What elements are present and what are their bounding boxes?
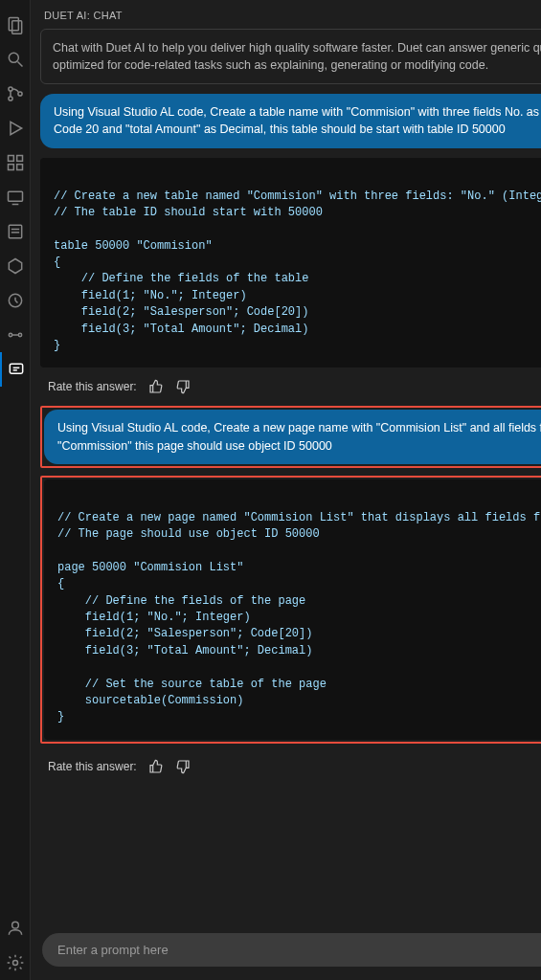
svg-marker-7: [11, 122, 22, 134]
svg-point-2: [9, 53, 18, 62]
user-message-1: Using Visual Studio AL code, Create a ta…: [40, 94, 541, 147]
rate-label: Rate this answer:: [48, 380, 137, 393]
svg-line-20: [15, 301, 18, 303]
svg-point-22: [18, 333, 21, 336]
svg-rect-1: [11, 21, 21, 33]
main-panel: DUET AI: CHAT Chat with Duet AI to help …: [31, 0, 541, 980]
svg-rect-10: [8, 165, 13, 170]
chat-icon[interactable]: [0, 352, 31, 387]
code-response-1: // Create a new table named "Commision" …: [40, 158, 541, 368]
api-icon[interactable]: [0, 318, 31, 352]
settings-icon[interactable]: [0, 946, 31, 980]
extensions-icon[interactable]: [0, 145, 31, 180]
panel-header: DUET AI: CHAT: [31, 0, 541, 29]
account-icon[interactable]: [0, 911, 31, 946]
run-debug-icon[interactable]: [0, 111, 31, 145]
svg-rect-12: [8, 191, 22, 201]
search-icon[interactable]: [0, 42, 31, 77]
svg-point-28: [12, 961, 17, 966]
code-response-2: // Create a new page named "Commision Li…: [44, 479, 541, 740]
svg-marker-17: [9, 259, 21, 274]
prompt-input[interactable]: [42, 933, 541, 967]
thumbs-up-icon[interactable]: [148, 759, 164, 774]
svg-rect-8: [8, 156, 13, 162]
thumbs-down-icon[interactable]: [175, 759, 191, 774]
input-bar: [31, 924, 541, 980]
list-icon[interactable]: [0, 214, 31, 249]
svg-rect-0: [9, 18, 18, 31]
activity-bar: [0, 0, 31, 980]
code-content-2: // Create a new page named "Commision Li…: [44, 510, 541, 740]
source-control-icon[interactable]: [0, 77, 31, 111]
remote-icon[interactable]: [0, 180, 31, 214]
code-content-1: // Create a new table named "Commision" …: [40, 189, 541, 368]
svg-rect-11: [16, 165, 22, 170]
svg-point-5: [8, 97, 11, 100]
cloud-icon[interactable]: [0, 283, 31, 318]
highlighted-response: // Create a new page named "Commision Li…: [40, 476, 541, 744]
svg-point-4: [8, 87, 11, 91]
chat-body: Chat with Duet AI to help you deliver hi…: [31, 29, 541, 924]
svg-rect-24: [10, 364, 22, 373]
svg-point-6: [17, 92, 21, 96]
kubernetes-icon[interactable]: [0, 249, 31, 283]
svg-line-3: [17, 62, 22, 67]
svg-rect-9: [16, 156, 22, 162]
code-toolbar: [44, 479, 541, 510]
rate-row-2: Rate this answer:: [40, 753, 541, 786]
explorer-icon[interactable]: [0, 8, 31, 42]
user-message-2: Using Visual Studio AL code, Create a ne…: [44, 410, 541, 463]
svg-rect-14: [9, 225, 21, 237]
thumbs-down-icon[interactable]: [175, 379, 191, 394]
code-toolbar: [40, 158, 541, 189]
svg-point-21: [9, 333, 11, 336]
rate-label: Rate this answer:: [48, 760, 137, 773]
thumbs-up-icon[interactable]: [148, 379, 164, 394]
intro-message: Chat with Duet AI to help you deliver hi…: [40, 29, 541, 84]
highlighted-prompt: Using Visual Studio AL code, Create a ne…: [40, 406, 541, 467]
rate-row-1: Rate this answer:: [40, 373, 541, 406]
panel-title: DUET AI: CHAT: [44, 10, 123, 21]
svg-point-27: [11, 922, 18, 928]
